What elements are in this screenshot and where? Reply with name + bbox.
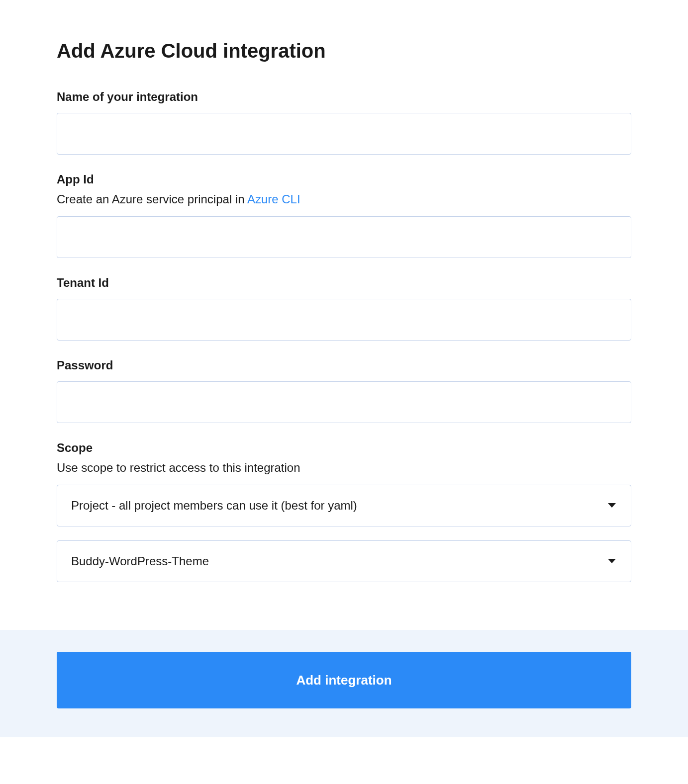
appid-description: Create an Azure service principal in Azu… [57, 192, 631, 206]
appid-label: App Id [57, 173, 631, 186]
project-select-wrapper: Buddy-WordPress-Theme [57, 540, 631, 582]
appid-field-group: App Id Create an Azure service principal… [57, 173, 631, 258]
project-select[interactable]: Buddy-WordPress-Theme [57, 540, 631, 582]
page-title: Add Azure Cloud integration [57, 40, 631, 62]
scope-select-value: Project - all project members can use it… [71, 499, 357, 513]
scope-select-wrapper: Project - all project members can use it… [57, 485, 631, 526]
password-input[interactable] [57, 381, 631, 423]
appid-input[interactable] [57, 216, 631, 258]
tenantid-input[interactable] [57, 299, 631, 341]
name-label: Name of your integration [57, 90, 631, 104]
name-field-group: Name of your integration [57, 90, 631, 155]
footer-bar: Add integration [0, 630, 688, 737]
tenantid-field-group: Tenant Id [57, 276, 631, 341]
tenantid-label: Tenant Id [57, 276, 631, 290]
scope-select[interactable]: Project - all project members can use it… [57, 485, 631, 526]
password-field-group: Password [57, 358, 631, 423]
appid-description-text: Create an Azure service principal in [57, 192, 247, 206]
name-input[interactable] [57, 113, 631, 155]
project-select-value: Buddy-WordPress-Theme [71, 554, 209, 568]
scope-field-group: Scope Use scope to restrict access to th… [57, 441, 631, 582]
scope-label: Scope [57, 441, 631, 455]
add-integration-button[interactable]: Add integration [57, 652, 631, 708]
scope-description: Use scope to restrict access to this int… [57, 461, 631, 475]
password-label: Password [57, 358, 631, 372]
azure-cli-link[interactable]: Azure CLI [247, 192, 300, 206]
